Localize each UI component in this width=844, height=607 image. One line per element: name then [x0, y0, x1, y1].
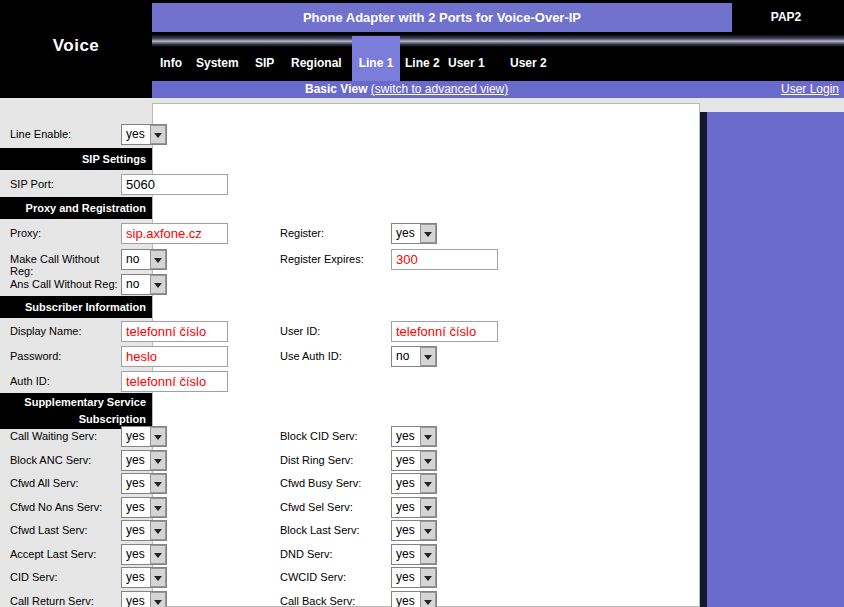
ans-call-without-reg-select[interactable]: no — [121, 274, 167, 295]
register-label: Register: — [280, 227, 390, 239]
cfwd-last-serv-select[interactable]: yes — [121, 520, 167, 541]
sip-port-input[interactable] — [121, 174, 228, 195]
form-row: Call Waiting Serv: yes Block CID Serv: y… — [10, 426, 540, 447]
section-label-sip-settings: SIP Settings — [0, 148, 152, 170]
cfwd-no-ans-serv-select[interactable]: yes — [121, 497, 167, 518]
form-row: Cfwd No Ans Serv: yes Cfwd Sel Serv: yes — [10, 497, 540, 518]
brand-title: Voice — [0, 36, 152, 56]
tab-system[interactable]: System — [196, 56, 239, 70]
block-cid-serv-label: Block CID Serv: — [280, 430, 390, 442]
tab-strip: Info System SIP Regional Line 1 Line 2 U… — [152, 33, 844, 81]
use-auth-id-select[interactable]: no — [391, 346, 437, 367]
tab-line2[interactable]: Line 2 — [405, 56, 440, 70]
call-return-serv-label: Call Return Serv: — [10, 595, 120, 607]
tab-line1-active[interactable]: Line 1 — [352, 36, 400, 81]
cfwd-all-serv-label: Cfwd All Serv: — [10, 477, 120, 489]
dropdown-arrow-icon — [420, 521, 436, 540]
auth-id-input[interactable] — [121, 371, 228, 392]
password-label: Password: — [10, 350, 120, 362]
form-row: Display Name: User ID: — [10, 321, 540, 342]
dropdown-arrow-icon — [150, 474, 166, 493]
section-label-subscriber-information: Subscriber Information — [0, 296, 152, 318]
view-mode-label: Basic View — [305, 82, 367, 96]
register-expires-label: Register Expires: — [280, 253, 390, 265]
call-waiting-serv-select[interactable]: yes — [121, 426, 167, 447]
form-row: Auth ID: — [10, 371, 540, 392]
dropdown-arrow-icon — [150, 498, 166, 517]
line-enable-select[interactable]: yes — [121, 124, 167, 145]
user-id-label: User ID: — [280, 325, 390, 337]
panel-divider — [700, 112, 707, 607]
dropdown-arrow-icon — [150, 451, 166, 470]
cfwd-busy-serv-select[interactable]: yes — [391, 473, 437, 494]
password-input[interactable] — [121, 346, 228, 367]
dropdown-arrow-icon — [420, 545, 436, 564]
form-row: Password: Use Auth ID: no — [10, 346, 540, 367]
use-auth-id-label: Use Auth ID: — [280, 350, 390, 362]
cwcid-serv-select[interactable]: yes — [391, 567, 437, 588]
block-anc-serv-label: Block ANC Serv: — [10, 454, 120, 466]
pap2-admin-page: Voice Phone Adapter with 2 Ports for Voi… — [0, 0, 844, 607]
switch-view-link[interactable]: (switch to advanced view) — [371, 82, 508, 96]
form-row: Line Enable: yes — [10, 124, 540, 145]
dropdown-arrow-icon — [150, 568, 166, 587]
view-mode-text: Basic View (switch to advanced view) — [305, 82, 508, 96]
cfwd-sel-serv-select[interactable]: yes — [391, 497, 437, 518]
display-name-input[interactable] — [121, 321, 228, 342]
dnd-serv-select[interactable]: yes — [391, 544, 437, 565]
dropdown-arrow-icon — [420, 427, 436, 446]
page-title: Phone Adapter with 2 Ports for Voice-Ove… — [152, 3, 732, 32]
dropdown-arrow-icon — [420, 347, 436, 366]
form-row: Cfwd Last Serv: yes Block Last Serv: yes — [10, 520, 540, 541]
form-row: Accept Last Serv: yes DND Serv: yes — [10, 544, 540, 565]
register-select[interactable]: yes — [391, 223, 437, 244]
dist-ring-serv-select[interactable]: yes — [391, 450, 437, 471]
block-last-serv-label: Block Last Serv: — [280, 524, 390, 536]
accept-last-serv-select[interactable]: yes — [121, 544, 167, 565]
user-login-link[interactable]: User Login — [781, 82, 839, 96]
dropdown-arrow-icon — [420, 498, 436, 517]
display-name-label: Display Name: — [10, 325, 120, 337]
tab-info[interactable]: Info — [160, 56, 182, 70]
section-label-supplementary-service: Supplementary Service Subscription — [0, 393, 152, 429]
dropdown-arrow-icon — [150, 250, 166, 269]
dropdown-arrow-icon — [150, 521, 166, 540]
form-row: Ans Call Without Reg: no — [10, 274, 540, 295]
accept-last-serv-label: Accept Last Serv: — [10, 548, 120, 560]
call-back-serv-select[interactable]: yes — [391, 591, 437, 607]
auth-id-label: Auth ID: — [10, 375, 120, 387]
tab-user1[interactable]: User 1 — [448, 56, 485, 70]
tab-line1-label: Line 1 — [352, 56, 400, 70]
form-row: CID Serv: yes CWCID Serv: yes — [10, 567, 540, 588]
call-return-serv-select[interactable]: yes — [121, 591, 167, 607]
view-mode-bar: Basic View (switch to advanced view) Use… — [152, 81, 844, 98]
cfwd-all-serv-select[interactable]: yes — [121, 473, 167, 494]
tab-sip[interactable]: SIP — [255, 56, 274, 70]
cwcid-serv-label: CWCID Serv: — [280, 571, 390, 583]
form-row: Call Return Serv: yes Call Back Serv: ye… — [10, 591, 540, 607]
block-cid-serv-select[interactable]: yes — [391, 426, 437, 447]
tab-regional[interactable]: Regional — [291, 56, 342, 70]
section-label-proxy-registration: Proxy and Registration — [0, 197, 152, 219]
header-left-panel: Voice — [0, 0, 152, 98]
cfwd-sel-serv-label: Cfwd Sel Serv: — [280, 501, 390, 513]
register-expires-input[interactable] — [391, 249, 498, 270]
dnd-serv-label: DND Serv: — [280, 548, 390, 560]
proxy-input[interactable] — [121, 223, 228, 244]
dropdown-arrow-icon — [150, 125, 166, 144]
cfwd-no-ans-serv-label: Cfwd No Ans Serv: — [10, 501, 120, 513]
user-id-input[interactable] — [391, 321, 498, 342]
tab-user2[interactable]: User 2 — [510, 56, 547, 70]
form-row: Block ANC Serv: yes Dist Ring Serv: yes — [10, 450, 540, 471]
dropdown-arrow-icon — [420, 568, 436, 587]
cid-serv-select[interactable]: yes — [121, 567, 167, 588]
sip-port-label: SIP Port: — [10, 178, 120, 190]
block-anc-serv-select[interactable]: yes — [121, 450, 167, 471]
dropdown-arrow-icon — [150, 427, 166, 446]
call-waiting-serv-label: Call Waiting Serv: — [10, 430, 120, 442]
dropdown-arrow-icon — [420, 451, 436, 470]
make-call-without-reg-select[interactable]: no — [121, 249, 167, 270]
block-last-serv-select[interactable]: yes — [391, 520, 437, 541]
form-row: Cfwd All Serv: yes Cfwd Busy Serv: yes — [10, 473, 540, 494]
dist-ring-serv-label: Dist Ring Serv: — [280, 454, 390, 466]
